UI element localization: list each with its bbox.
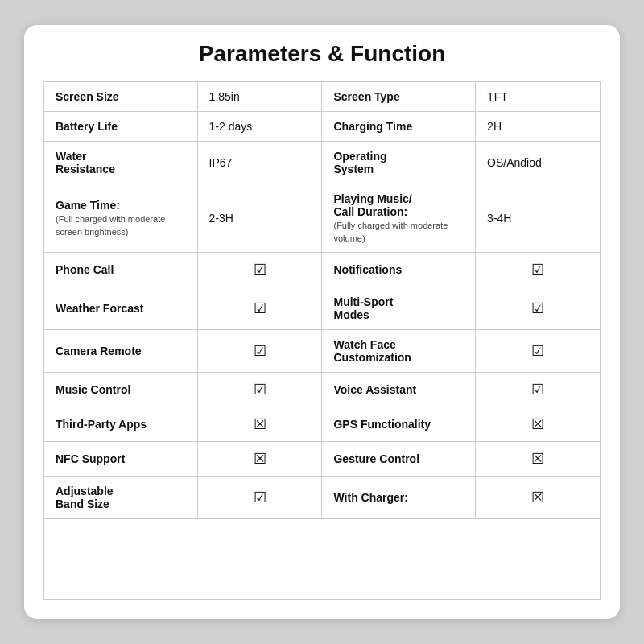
right-check: ☑ xyxy=(476,330,601,373)
right-label: Charging Time xyxy=(322,112,476,142)
left-label: Phone Call xyxy=(44,253,198,287)
left-value: 1-2 days xyxy=(197,112,322,142)
table-row: Camera Remote ☑ Watch FaceCustomization … xyxy=(44,330,601,373)
right-label: GPS Functionality xyxy=(322,407,476,442)
table-row: Third-Party Apps ☒ GPS Functionality ☒ xyxy=(44,407,601,442)
left-check: ☑ xyxy=(197,373,322,407)
left-check: ☒ xyxy=(197,407,322,442)
left-label: NFC Support xyxy=(44,442,198,477)
left-value: 2-3H xyxy=(197,184,322,253)
table-row: Music Control ☑ Voice Assistant ☑ xyxy=(44,373,601,407)
right-label: Notifications xyxy=(322,253,476,287)
right-label: Screen Type xyxy=(322,82,476,112)
right-label: Multi-SportModes xyxy=(322,287,476,330)
right-label: Playing Music/Call Duration:(Fully charg… xyxy=(322,184,476,253)
left-value: IP67 xyxy=(197,142,322,184)
right-value: TFT xyxy=(476,82,601,112)
left-label: Music Control xyxy=(44,373,198,407)
right-check: ☑ xyxy=(476,287,601,330)
right-label: OperatingSystem xyxy=(322,142,476,184)
right-check: ☒ xyxy=(476,477,601,519)
right-value: 2H xyxy=(476,112,601,142)
right-value: 3-4H xyxy=(476,184,601,253)
left-label: WaterResistance xyxy=(44,142,198,184)
left-check: ☑ xyxy=(197,287,322,330)
empty-row xyxy=(44,559,601,600)
left-check: ☑ xyxy=(197,253,322,287)
right-check: ☒ xyxy=(476,407,601,442)
right-label: With Charger: xyxy=(322,477,476,519)
card: Parameters & Function Screen Size 1.85in… xyxy=(24,25,620,619)
left-value: 1.85in xyxy=(197,82,322,112)
table-row: Battery Life 1-2 days Charging Time 2H xyxy=(44,112,601,142)
left-check: ☑ xyxy=(197,330,322,373)
left-check: ☒ xyxy=(197,442,322,477)
left-check: ☑ xyxy=(197,477,322,519)
left-label: Screen Size xyxy=(44,82,198,112)
table-row: Weather Forcast ☑ Multi-SportModes ☑ xyxy=(44,287,601,330)
left-label: Camera Remote xyxy=(44,330,198,373)
left-label: Game Time:(Full charged with moderate sc… xyxy=(44,184,198,253)
right-label: Voice Assistant xyxy=(322,373,476,407)
left-label: Third-Party Apps xyxy=(44,407,198,442)
right-check: ☑ xyxy=(476,253,601,287)
params-table: Screen Size 1.85in Screen Type TFT Batte… xyxy=(43,81,601,600)
right-value: OS/Andiod xyxy=(476,142,601,184)
table-row: WaterResistance IP67 OperatingSystem OS/… xyxy=(44,142,601,184)
right-label: Gesture Control xyxy=(322,442,476,477)
left-label: Weather Forcast xyxy=(44,287,198,330)
table-row: AdjustableBand Size ☑ With Charger: ☒ xyxy=(44,477,601,519)
left-label: Battery Life xyxy=(44,112,198,142)
right-label: Watch FaceCustomization xyxy=(322,330,476,373)
page-title: Parameters & Function xyxy=(43,41,601,67)
right-check: ☑ xyxy=(476,373,601,407)
left-label: AdjustableBand Size xyxy=(44,477,198,519)
right-check: ☒ xyxy=(476,442,601,477)
empty-row xyxy=(44,519,601,559)
table-row: Screen Size 1.85in Screen Type TFT xyxy=(44,82,601,112)
table-row: Phone Call ☑ Notifications ☑ xyxy=(44,253,601,287)
table-row: NFC Support ☒ Gesture Control ☒ xyxy=(44,442,601,477)
table-row: Game Time:(Full charged with moderate sc… xyxy=(44,184,601,253)
